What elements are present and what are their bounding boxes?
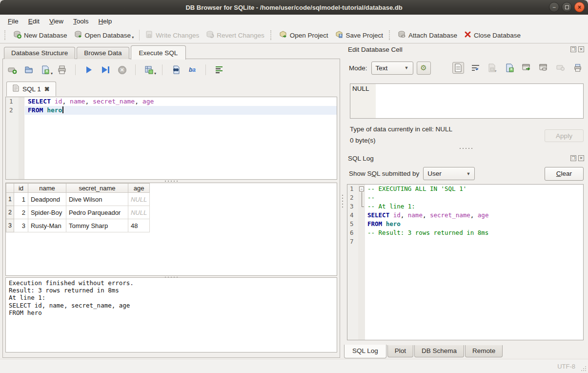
word-wrap-icon[interactable]	[469, 62, 481, 74]
link-icon[interactable]	[538, 62, 549, 74]
open-database-button[interactable]: Open Database ▾	[71, 28, 138, 42]
log-fold-margin	[358, 185, 365, 340]
execute-line-button[interactable]	[100, 64, 111, 75]
menu-file[interactable]: File	[4, 16, 22, 26]
sql-log-view[interactable]: 1 2 3 4 5 6 7 − -- EXECUTING ALL IN 'SQL…	[347, 184, 584, 340]
find-replace-button[interactable]: ba	[187, 64, 198, 75]
menu-edit[interactable]: Edit	[24, 16, 43, 26]
log-line-2: --	[365, 193, 583, 202]
sql-line-1: SELECT id, name, secret_name, age	[25, 97, 337, 106]
float-dock-icon[interactable]: ❐	[570, 46, 576, 52]
cell-value: NULL	[350, 84, 376, 118]
table-row: 2 2 Spider-Boy Pedro Parqueador NULL	[6, 206, 150, 219]
cell-value-editor[interactable]: NULL	[350, 83, 584, 119]
fold-collapse-icon[interactable]: −	[359, 186, 364, 191]
save-project-button[interactable]: Save Project	[332, 28, 387, 42]
sql-editor[interactable]: 1 2 SELECT id, name, secret_name, age FR…	[5, 97, 337, 180]
window-title: DB Browser for SQLite - /home/user/code/…	[185, 4, 402, 11]
sql-tab-bar: SQL 1 ✖	[6, 82, 56, 96]
mode-select[interactable]: Text ▼	[371, 62, 413, 75]
save-sql-file-button[interactable]: ▾	[40, 64, 51, 75]
resize-grip[interactable]	[581, 366, 587, 372]
write-changes-icon	[145, 30, 153, 40]
column-header-age[interactable]: age	[128, 184, 149, 193]
attach-database-button[interactable]: Attach Database	[394, 28, 461, 42]
execute-sql-panel: ▾ ✕ ▾	[2, 59, 340, 358]
open-external-button[interactable]	[521, 62, 532, 74]
execute-all-button[interactable]	[83, 64, 94, 75]
revert-changes-icon	[206, 30, 214, 40]
edit-cell-title: Edit Database Cell	[348, 46, 403, 53]
toolbar-drag-handle[interactable]	[270, 30, 273, 40]
text-mode-button[interactable]	[452, 62, 464, 74]
close-sql-tab-icon[interactable]: ✖	[44, 85, 50, 93]
find-button[interactable]	[170, 64, 181, 75]
new-database-button[interactable]: New Database	[10, 28, 71, 42]
titlebar[interactable]: DB Browser for SQLite - /home/user/code/…	[0, 0, 588, 15]
column-header-id[interactable]: id	[14, 184, 28, 193]
table-row: 1 1 Deadpond Dive Wilson NULL	[6, 193, 150, 206]
auto-switch-mode-button[interactable]: ⚙	[417, 62, 431, 75]
main-toolbar: New Database Open Database ▾ Write Chang…	[0, 27, 588, 43]
dock-tab-bar: SQL Log Plot DB Schema Remote	[344, 345, 504, 358]
tab-execute-sql[interactable]: Execute SQL	[131, 45, 186, 60]
toolbar-drag-handle[interactable]	[4, 30, 7, 40]
close-dock-icon[interactable]: ✕	[578, 46, 584, 52]
clear-log-button[interactable]: Clear	[545, 167, 584, 181]
open-project-button[interactable]: Open Project	[276, 28, 332, 42]
attach-database-icon	[398, 30, 406, 40]
menu-help[interactable]: Help	[95, 16, 116, 26]
main-tab-bar: Database Structure Browse Data Execute S…	[4, 45, 187, 59]
text-cursor	[62, 106, 63, 113]
import-data-button[interactable]: ▾	[487, 62, 498, 74]
sql-log-filter-row: Show SQL submitted by User ▼ Clear	[349, 166, 584, 181]
menu-view[interactable]: View	[45, 16, 67, 26]
close-dock-icon[interactable]: ✕	[578, 155, 584, 161]
stop-button[interactable]: ✕	[117, 64, 127, 75]
log-line-6: -- Result: 3 rows returned in 8ms	[365, 228, 583, 237]
sql-log-title: SQL Log	[348, 155, 374, 162]
tab-browse-data[interactable]: Browse Data	[77, 47, 129, 59]
sql-1-tab[interactable]: SQL 1 ✖	[6, 82, 56, 96]
column-header-name[interactable]: name	[28, 184, 66, 193]
open-sql-file-button[interactable]	[23, 64, 34, 75]
word-wrap-button[interactable]	[214, 64, 224, 75]
open-database-dropdown-caret[interactable]: ▾	[132, 35, 134, 40]
dock-splitter[interactable]	[344, 147, 588, 150]
apply-button[interactable]: Apply	[545, 129, 584, 142]
menu-tools[interactable]: Tools	[69, 16, 93, 26]
close-window-button[interactable]: ×	[574, 2, 585, 12]
tab-remote[interactable]: Remote	[465, 345, 503, 357]
tab-db-schema[interactable]: DB Schema	[414, 345, 464, 357]
set-null-button[interactable]	[555, 62, 567, 74]
print-button[interactable]	[57, 64, 67, 75]
execution-message[interactable]: Execution finished without errors. Resul…	[5, 277, 337, 352]
submitted-by-select[interactable]: User ▼	[423, 167, 475, 180]
cell-type-info: Type of data currently in cell: NULL	[350, 125, 452, 133]
gear-icon: ⚙	[420, 63, 426, 72]
close-database-button[interactable]: Close Database	[461, 29, 524, 41]
new-sql-tab-button[interactable]	[7, 64, 18, 75]
sql-file-icon	[13, 84, 19, 93]
tab-plot[interactable]: Plot	[387, 345, 413, 357]
right-pane: Edit Database Cell ❐ ✕ Mode: Text ▼ ⚙	[344, 43, 588, 359]
column-header-secret-name[interactable]: secret_name	[66, 184, 128, 193]
log-line-numbers: 1 2 3 4 5 6 7	[347, 185, 358, 340]
sql-log-dock-header: SQL Log ❐ ✕	[348, 154, 584, 163]
corner-header[interactable]	[6, 184, 14, 193]
write-changes-button[interactable]: Write Changes	[142, 28, 203, 42]
minimize-button[interactable]: −	[549, 2, 559, 12]
log-line-3: -- At line 1:	[365, 202, 583, 211]
tab-sql-log[interactable]: SQL Log	[344, 345, 386, 358]
maximize-button[interactable]	[562, 2, 572, 12]
tab-database-structure[interactable]: Database Structure	[4, 47, 75, 59]
open-database-icon	[74, 30, 82, 40]
float-dock-icon[interactable]: ❐	[570, 155, 576, 161]
status-bar: UTF-8	[0, 359, 588, 373]
print-cell-button[interactable]	[572, 62, 584, 74]
sql-toolbar: ▾ ✕ ▾	[7, 62, 336, 77]
export-results-button[interactable]: ▾	[143, 64, 154, 75]
export-data-button[interactable]	[504, 62, 515, 74]
toolbar-drag-handle[interactable]	[389, 30, 392, 40]
revert-changes-button[interactable]: Revert Changes	[203, 28, 268, 42]
